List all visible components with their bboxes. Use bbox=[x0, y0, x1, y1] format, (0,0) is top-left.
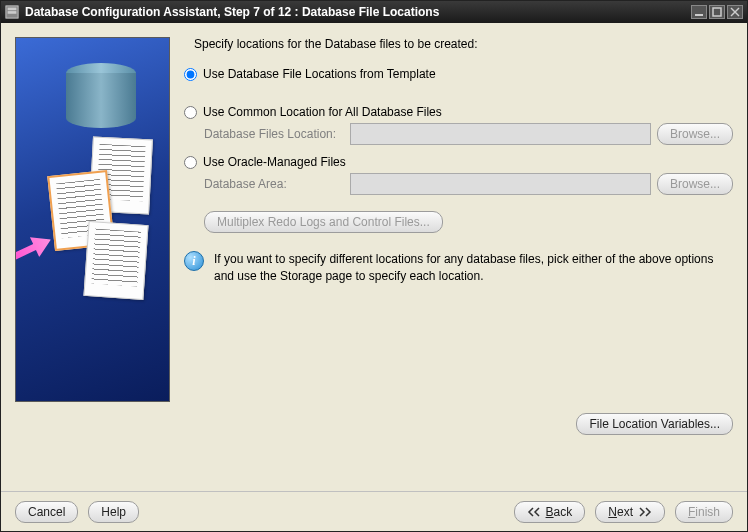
db-area-input[interactable] bbox=[350, 173, 651, 195]
app-icon bbox=[5, 5, 19, 19]
arrow-icon bbox=[15, 230, 56, 269]
database-icon bbox=[66, 63, 136, 128]
info-text: If you want to specify different locatio… bbox=[214, 251, 733, 285]
svg-rect-4 bbox=[713, 8, 721, 16]
svg-rect-2 bbox=[8, 11, 17, 14]
browse-button-omf[interactable]: Browse... bbox=[657, 173, 733, 195]
file-location-variables-button[interactable]: File Location Variables... bbox=[576, 413, 733, 435]
maximize-button[interactable] bbox=[709, 5, 725, 19]
chevron-right-icon bbox=[638, 507, 652, 517]
info-icon: i bbox=[184, 251, 204, 271]
window-title: Database Configuration Assistant, Step 7… bbox=[25, 5, 689, 19]
row-db-files-location: Database Files Location: Browse... bbox=[204, 123, 733, 145]
next-label: ext bbox=[617, 505, 633, 519]
db-files-location-input[interactable] bbox=[350, 123, 651, 145]
content-area: Specify locations for the Database files… bbox=[1, 23, 747, 491]
svg-rect-1 bbox=[8, 8, 17, 11]
radio-use-template[interactable] bbox=[184, 68, 197, 81]
minimize-button[interactable] bbox=[691, 5, 707, 19]
option-common: Use Common Location for All Database Fil… bbox=[184, 105, 733, 119]
option-omf: Use Oracle-Managed Files bbox=[184, 155, 733, 169]
db-area-label: Database Area: bbox=[204, 177, 344, 191]
chevron-left-icon bbox=[527, 507, 541, 517]
help-button[interactable]: Help bbox=[88, 501, 139, 523]
info-row: i If you want to specify different locat… bbox=[184, 251, 733, 285]
sidebar-illustration bbox=[15, 37, 170, 402]
row-db-area: Database Area: Browse... bbox=[204, 173, 733, 195]
window: Database Configuration Assistant, Step 7… bbox=[0, 0, 748, 532]
multiplex-button[interactable]: Multiplex Redo Logs and Control Files... bbox=[204, 211, 443, 233]
titlebar[interactable]: Database Configuration Assistant, Step 7… bbox=[1, 1, 747, 23]
browse-button-common[interactable]: Browse... bbox=[657, 123, 733, 145]
radio-use-template-label[interactable]: Use Database File Locations from Templat… bbox=[203, 67, 436, 81]
radio-use-common-label[interactable]: Use Common Location for All Database Fil… bbox=[203, 105, 442, 119]
finish-label: inish bbox=[695, 505, 720, 519]
footer: Cancel Help Back Next Finish bbox=[1, 491, 747, 531]
radio-use-omf-label[interactable]: Use Oracle-Managed Files bbox=[203, 155, 346, 169]
next-button[interactable]: Next bbox=[595, 501, 665, 523]
finish-button[interactable]: Finish bbox=[675, 501, 733, 523]
instruction-text: Specify locations for the Database files… bbox=[194, 37, 733, 51]
close-button[interactable] bbox=[727, 5, 743, 19]
radio-use-common[interactable] bbox=[184, 106, 197, 119]
cancel-button[interactable]: Cancel bbox=[15, 501, 78, 523]
radio-use-omf[interactable] bbox=[184, 156, 197, 169]
option-template: Use Database File Locations from Templat… bbox=[184, 67, 733, 81]
file-icon bbox=[83, 221, 148, 300]
back-button[interactable]: Back bbox=[514, 501, 586, 523]
back-label: ack bbox=[554, 505, 573, 519]
db-files-location-label: Database Files Location: bbox=[204, 127, 344, 141]
